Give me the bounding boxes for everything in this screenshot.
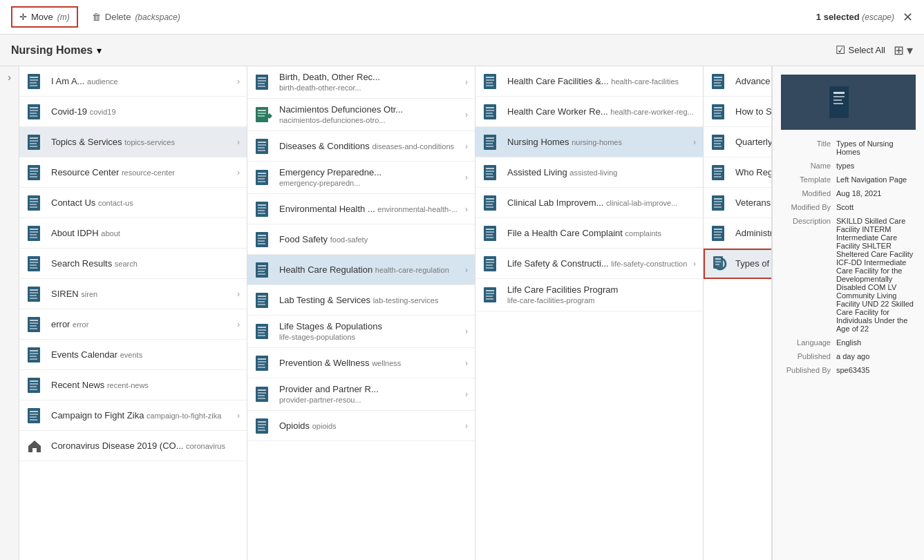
- svg-rect-22: [30, 201, 38, 202]
- chevron-right-icon: ›: [465, 204, 468, 214]
- list-item[interactable]: Who Regulates Nursing Homes? regulation: [704, 157, 772, 188]
- modified-value: Aug 18, 2021: [836, 189, 916, 197]
- list-item[interactable]: Clinical Lab Improvem... clinical-lab-im…: [475, 188, 703, 218]
- svg-rect-177: [714, 173, 721, 175]
- item-type-icon: [710, 164, 730, 181]
- list-item[interactable]: Resource Center resource-center ›: [19, 157, 247, 188]
- list-item[interactable]: How to Select a Nursin... selection ›: [704, 97, 772, 127]
- svg-rect-159: [712, 74, 724, 89]
- list-item[interactable]: Quarterly Reports of N... violator-quart…: [704, 127, 772, 157]
- app-container: ✛ Move (m) 🗑 Delete (backspace) 1 select…: [0, 0, 924, 560]
- item-type-icon: [254, 262, 274, 278]
- list-item[interactable]: Life Stages & Populations life-stages-po…: [247, 316, 475, 348]
- svg-rect-161: [714, 79, 722, 81]
- list-item[interactable]: Prevention & Wellness wellness ›: [247, 348, 475, 378]
- list-item[interactable]: Birth, Death, Other Rec... birth-death-o…: [247, 66, 475, 99]
- move-shortcut: (m): [57, 12, 70, 22]
- list-item[interactable]: Health Care Worker Re... health-care-wor…: [475, 97, 703, 127]
- svg-rect-32: [30, 262, 38, 263]
- list-item[interactable]: Coronavirus Disease 2019 (CO... coronavi…: [19, 431, 247, 461]
- list-item[interactable]: Health Care Regulation health-care-regul…: [247, 255, 475, 285]
- item-text: Health Care Facilities &... health-care-…: [507, 76, 696, 86]
- item-slug: events: [120, 351, 142, 359]
- list-item[interactable]: Contact Us contact-us: [19, 188, 247, 218]
- svg-rect-76: [258, 175, 266, 177]
- modified-label: Modified: [781, 189, 831, 197]
- delete-button[interactable]: 🗑 Delete (backspace): [92, 12, 180, 22]
- svg-rect-110: [258, 389, 266, 391]
- list-item[interactable]: Food Safety food-safety: [247, 224, 475, 255]
- list-item[interactable]: Covid-19 covid19: [19, 97, 247, 127]
- svg-rect-57: [30, 414, 38, 415]
- svg-rect-191: [715, 258, 721, 260]
- list-item[interactable]: Emergency Preparedne... emergency-prepar…: [247, 162, 475, 194]
- list-item[interactable]: Life Safety & Constructi... life-safety-…: [475, 249, 703, 279]
- svg-rect-56: [30, 411, 38, 412]
- list-item[interactable]: Recent News recent-news: [19, 370, 247, 400]
- item-slug: provider-partner-resou...: [279, 396, 361, 404]
- detail-row-modified: Modified Aug 18, 2021: [781, 189, 916, 197]
- select-all-label: Select All: [849, 45, 885, 55]
- svg-rect-37: [30, 292, 38, 293]
- item-slug: opioids: [312, 422, 337, 430]
- svg-rect-70: [258, 142, 266, 143]
- list-item[interactable]: Veterans' Homes veterans-homes ›: [704, 188, 772, 218]
- item-title: I Am A...: [51, 76, 84, 86]
- list-item[interactable]: Types of Nursing Homes types: [704, 249, 772, 279]
- list-item[interactable]: Lab Testing & Services lab-testing-servi…: [247, 285, 475, 316]
- item-text: Life Safety & Constructi... life-safety-…: [507, 258, 688, 269]
- title-dropdown-button[interactable]: ▾: [97, 45, 102, 56]
- item-text: Recent News recent-news: [51, 380, 240, 390]
- list-item[interactable]: Environmental Health ... environmental-h…: [247, 194, 475, 224]
- list-item[interactable]: Diseases & Conditions diseases-and-condi…: [247, 131, 475, 162]
- item-text: Resource Center resource-center: [51, 167, 232, 177]
- list-item[interactable]: Assisted Living assisted-living: [475, 157, 703, 188]
- list-item[interactable]: Health Care Facilities &... health-care-…: [475, 66, 703, 97]
- list-item[interactable]: Topics & Services topics-services ›: [19, 127, 247, 157]
- view-toggle-button[interactable]: ⊞ ▾: [894, 43, 913, 58]
- svg-rect-132: [486, 143, 493, 144]
- item-slug: food-safety: [330, 235, 368, 244]
- item-type-icon: [482, 225, 502, 242]
- svg-rect-10: [28, 135, 40, 150]
- move-button[interactable]: ✛ Move (m): [11, 6, 78, 28]
- list-item[interactable]: Provider and Partner R... provider-partn…: [247, 378, 475, 411]
- collapse-button[interactable]: ›: [8, 72, 11, 83]
- svg-rect-35: [28, 287, 40, 302]
- item-type-icon: [482, 255, 502, 272]
- view-chevron-icon: ▾: [907, 43, 913, 58]
- svg-rect-164: [712, 104, 724, 119]
- list-item[interactable]: Life Care Facilities Program life-care-f…: [475, 279, 703, 311]
- item-type-icon: [254, 323, 274, 340]
- svg-rect-26: [30, 229, 38, 230]
- list-item[interactable]: SIREN siren ›: [19, 279, 247, 309]
- list-item[interactable]: Administrative Codes for Long ... admin-…: [704, 218, 772, 249]
- item-type-icon: [26, 73, 46, 90]
- item-type-icon: [482, 195, 502, 211]
- svg-rect-113: [258, 398, 265, 399]
- list-item[interactable]: I Am A... audience ›: [19, 66, 247, 97]
- list-item[interactable]: error error ›: [19, 309, 247, 340]
- svg-rect-144: [484, 226, 496, 241]
- svg-rect-81: [258, 207, 266, 209]
- list-item[interactable]: About IDPH about: [19, 218, 247, 249]
- close-button[interactable]: ✕: [903, 10, 913, 25]
- list-item[interactable]: Search Results search: [19, 249, 247, 279]
- item-type-icon: [254, 386, 274, 403]
- list-item[interactable]: File a Health Care Complaint complaints: [475, 218, 703, 249]
- list-item[interactable]: Advance Directives advance-directives: [704, 66, 772, 97]
- svg-rect-196: [833, 96, 845, 97]
- list-item[interactable]: Events Calendar events: [19, 340, 247, 370]
- list-item[interactable]: Nursing Homes nursing-homes ›: [475, 127, 703, 157]
- selected-count: 1 selected (escape): [816, 12, 894, 22]
- title-label: Title: [781, 139, 831, 156]
- list-item[interactable]: Opioids opioids ›: [247, 411, 475, 441]
- item-text: Lab Testing & Services lab-testing-servi…: [279, 295, 468, 305]
- select-all-button[interactable]: ☑ Select All: [836, 44, 885, 57]
- description-label: Description: [781, 217, 831, 333]
- list-item[interactable]: Nacimientos Defunciones Otr... nacimient…: [247, 99, 475, 131]
- svg-rect-30: [28, 256, 40, 271]
- detail-row-published: Published a day ago: [781, 352, 916, 360]
- item-title: Resource Center: [51, 167, 119, 177]
- list-item[interactable]: Campaign to Fight Zika campaign-to-fight…: [19, 400, 247, 431]
